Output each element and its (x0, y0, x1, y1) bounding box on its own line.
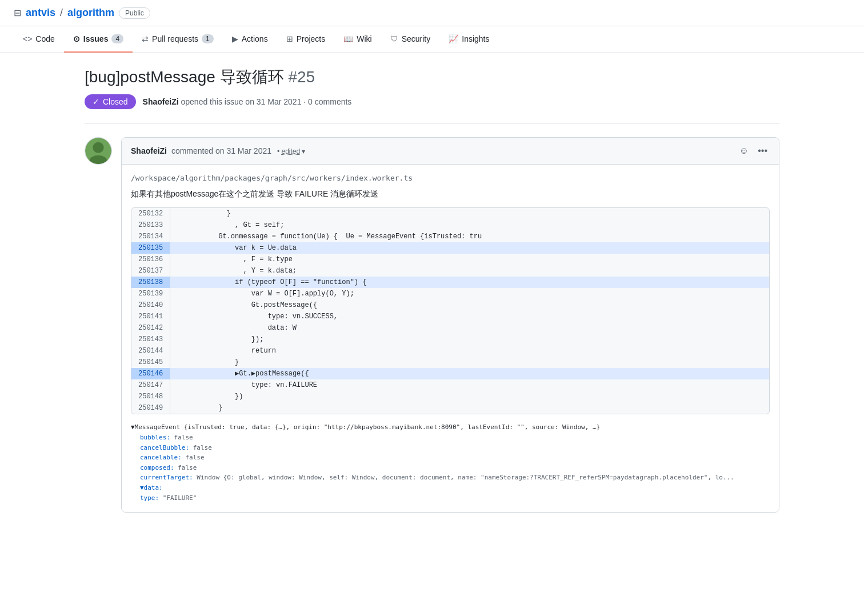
comment-header: ShaofeiZi commented on 31 Mar 2021 • edi… (122, 138, 779, 165)
line-number: 250144 (131, 345, 170, 357)
tab-wiki-label: Wiki (357, 34, 371, 43)
closed-label: Closed (103, 97, 128, 106)
projects-icon: ⊞ (286, 34, 293, 43)
code-line: 250146 ▶Gt.▶postMessage({ (131, 368, 769, 379)
code-line: 250149 } (131, 402, 769, 414)
more-options-button[interactable]: ••• (755, 143, 770, 158)
svg-point-1 (93, 142, 103, 153)
tab-pr-label: Pull requests (152, 34, 198, 43)
check-icon: ✓ (93, 97, 99, 106)
separator: / (60, 7, 63, 19)
line-number: 250147 (131, 379, 170, 391)
comment-container: ShaofeiZi commented on 31 Mar 2021 • edi… (85, 137, 779, 513)
line-number: 250142 (131, 322, 170, 334)
line-number: 250133 (131, 219, 170, 231)
line-content: var W = O[F].apply(O, Y); (170, 288, 769, 299)
line-content: return (170, 345, 769, 357)
visibility-badge: Public (119, 7, 150, 19)
tab-security[interactable]: 🛡 Security (381, 26, 440, 53)
line-number: 250141 (131, 311, 170, 322)
line-number: 250143 (131, 334, 170, 345)
code-line: 250148 }) (131, 391, 769, 402)
line-content: } (170, 402, 769, 414)
issue-meta-text: ShaofeiZi opened this issue on 31 Mar 20… (143, 97, 352, 106)
edited-text[interactable]: edited (281, 147, 300, 155)
tab-issues-label: Issues (83, 34, 109, 43)
issue-comments: 0 comments (308, 97, 351, 106)
actions-icon: ▶ (232, 34, 238, 43)
org-link[interactable]: antvis (26, 7, 55, 19)
description-text: 如果有其他postMessage在这个之前发送 导致 FAILURE 消息循环发… (131, 189, 770, 199)
emoji-button[interactable]: ☺ (737, 143, 751, 158)
tab-pull-requests[interactable]: ⇄ Pull requests 1 (133, 26, 223, 53)
repo-link[interactable]: algorithm (67, 7, 114, 19)
issue-author[interactable]: ShaofeiZi (143, 97, 179, 106)
repo-title: ⊟ antvis / algorithm Public (14, 7, 150, 19)
line-number: 250146 (131, 368, 170, 379)
insights-icon: 📈 (449, 34, 458, 43)
tab-code-label: Code (35, 34, 54, 43)
line-number: 250140 (131, 299, 170, 311)
issue-opened-text: opened this issue on 31 Mar 2021 · (181, 97, 309, 106)
console-field: bubbles: false (131, 433, 770, 443)
code-icon: <> (23, 34, 32, 43)
code-line: 250140 Gt.postMessage({ (131, 299, 769, 311)
code-line: 250137 , Y = k.data; (131, 265, 769, 277)
edited-label: • edited ▾ (277, 147, 306, 155)
tab-wiki[interactable]: 📖 Wiki (334, 26, 381, 53)
line-content: } (170, 208, 769, 219)
line-number: 250148 (131, 391, 170, 402)
repo-icon: ⊟ (14, 7, 21, 18)
code-line: 250141 type: vn.SUCCESS, (131, 311, 769, 322)
line-number: 250139 (131, 288, 170, 299)
line-content: , Y = k.data; (170, 265, 769, 277)
console-field: cancelBubble: false (131, 443, 770, 453)
line-number: 250149 (131, 402, 170, 414)
code-line: 250147 type: vn.FAILURE (131, 379, 769, 391)
line-content: Gt.postMessage({ (170, 299, 769, 311)
code-line: 250143 }); (131, 334, 769, 345)
line-number: 250136 (131, 254, 170, 265)
comment-actions: ☺ ••• (737, 143, 770, 158)
line-content: }); (170, 334, 769, 345)
line-number: 250135 (131, 242, 170, 254)
console-field: ▼data: (131, 483, 770, 493)
code-block: 250132 }250133 , Gt = self;250134 Gt.onm… (131, 207, 770, 414)
tab-actions[interactable]: ▶ Actions (223, 26, 277, 53)
line-content: }) (170, 391, 769, 402)
comment-date: commented on 31 Mar 2021 (171, 146, 271, 155)
line-content: type: vn.FAILURE (170, 379, 769, 391)
tab-issues[interactable]: ⊙ Issues 4 (64, 26, 133, 53)
line-number: 250134 (131, 231, 170, 242)
comment-author[interactable]: ShaofeiZi (131, 146, 167, 155)
code-line: 250134 Gt.onmessage = function(Ue) { Ue … (131, 231, 769, 242)
file-path: /workspace/algorithm/packages/graph/src/… (131, 174, 770, 182)
tab-insights[interactable]: 📈 Insights (439, 26, 498, 53)
issues-icon: ⊙ (73, 34, 80, 43)
comment-author-section: ShaofeiZi commented on 31 Mar 2021 • edi… (131, 146, 306, 155)
code-line: 250144 return (131, 345, 769, 357)
code-line: 250135 var k = Ue.data (131, 242, 769, 254)
avatar (85, 137, 112, 165)
line-number: 250137 (131, 265, 170, 277)
line-content: Gt.onmessage = function(Ue) { Ue = Messa… (170, 231, 769, 242)
nav-tabs: <> Code ⊙ Issues 4 ⇄ Pull requests 1 ▶ A… (0, 26, 864, 53)
tab-code[interactable]: <> Code (14, 26, 64, 53)
tab-security-label: Security (402, 34, 431, 43)
tab-actions-label: Actions (242, 34, 268, 43)
pr-badge: 1 (202, 34, 214, 43)
comment-body: /workspace/algorithm/packages/graph/src/… (122, 165, 779, 512)
line-number: 250132 (131, 208, 170, 219)
issue-title: [bug]postMessage 导致循环 #25 (85, 67, 779, 87)
line-content: , F = k.type (170, 254, 769, 265)
tab-projects[interactable]: ⊞ Projects (277, 26, 335, 53)
code-line: 250132 } (131, 208, 769, 219)
line-number: 250145 (131, 357, 170, 368)
comment-box: ShaofeiZi commented on 31 Mar 2021 • edi… (121, 137, 779, 513)
security-icon: 🛡 (390, 34, 398, 43)
top-bar: ⊟ antvis / algorithm Public (0, 0, 864, 26)
code-line: 250139 var W = O[F].apply(O, Y); (131, 288, 769, 299)
tab-projects-label: Projects (297, 34, 326, 43)
pr-icon: ⇄ (142, 34, 149, 43)
line-content: var k = Ue.data (170, 242, 769, 254)
